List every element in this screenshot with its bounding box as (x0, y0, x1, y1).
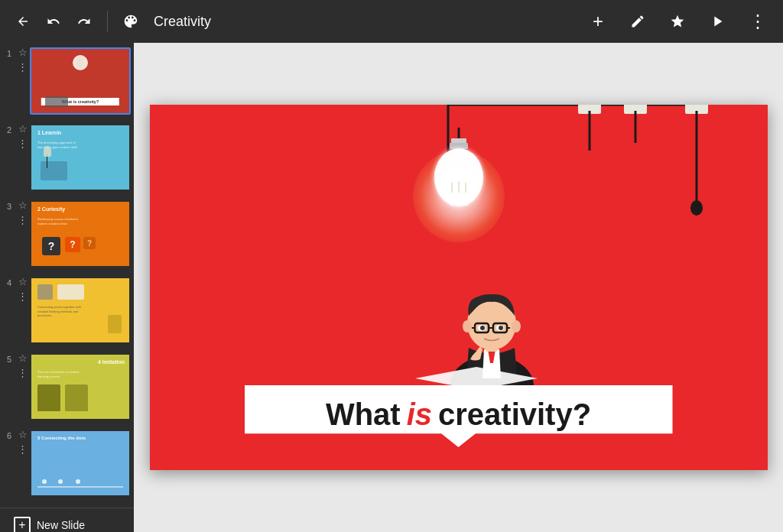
slide-thumb-img-1: What is creativity? (31, 49, 129, 113)
slide-thumb-img-3: 2 Curiosity Developing curious mindset t… (31, 202, 129, 266)
slide-thumb-img-2: 1 Learnin The developing approach of lea… (31, 125, 129, 190)
slide-icons-5: ☆ ⋮ (18, 353, 28, 378)
slide-thumbnail-1[interactable]: What is creativity? (30, 47, 131, 115)
back-button[interactable] (9, 8, 37, 35)
slide-menu-icon-1[interactable]: ⋮ (18, 62, 28, 72)
slide-menu-icon-3[interactable]: ⋮ (18, 215, 28, 225)
new-slide-label: New Slide (37, 519, 85, 531)
main-area: 1 ☆ ⋮ What is creativity? 2 ☆ ⋮ 1 Learni… (0, 43, 783, 532)
topbar-right: + ⋮ (581, 5, 774, 38)
topbar: Creativity + ⋮ (0, 0, 783, 43)
svg-rect-16 (450, 143, 468, 149)
slide-panel-wrapper: 1 ☆ ⋮ What is creativity? 2 ☆ ⋮ 1 Learni… (0, 43, 134, 532)
new-slide-plus-icon: + (14, 517, 31, 533)
slide-star-icon-2[interactable]: ☆ (18, 124, 28, 134)
slide-thumbnail-3[interactable]: 2 Curiosity Developing curious mindset t… (30, 200, 131, 268)
svg-rect-11 (578, 105, 601, 111)
nav-divider (107, 11, 108, 32)
slide-star-icon-1[interactable]: ☆ (18, 47, 28, 57)
slide-number-1: 1 (3, 49, 15, 58)
more-button[interactable]: ⋮ (740, 5, 774, 38)
slide-panel: 1 ☆ ⋮ What is creativity? 2 ☆ ⋮ 1 Learni… (0, 43, 134, 508)
slide-thumbnail-6[interactable]: 5 Connecting the dots (30, 430, 131, 497)
canvas-area: What is creativity? (134, 43, 783, 532)
svg-point-34 (512, 320, 521, 332)
slide-thumb-img-5: 4 Imitation The role of imitation in cre… (31, 355, 129, 419)
slide-icons-3: ☆ ⋮ (18, 200, 28, 225)
slide-item-4[interactable]: 4 ☆ ⋮ Connecting pieces together with cr… (0, 272, 134, 349)
banner-text-highlight: is (407, 397, 432, 432)
svg-point-32 (499, 326, 503, 330)
slide-icons-1: ☆ ⋮ (18, 47, 28, 72)
slide-menu-icon-4[interactable]: ⋮ (18, 291, 28, 301)
slide-star-icon-3[interactable]: ☆ (18, 200, 28, 210)
presentation-title: Creativity (154, 14, 211, 30)
new-slide-bar: + New Slide (0, 508, 134, 532)
slide-item-3[interactable]: 3 ☆ ⋮ 2 Curiosity Developing curious min… (0, 196, 134, 272)
slide-thumb-img-6: 5 Connecting the dots (31, 431, 129, 495)
slide-item-6[interactable]: 6 ☆ ⋮ 5 Connecting the dots (0, 425, 134, 501)
slide-icons-4: ☆ ⋮ (18, 277, 28, 301)
new-slide-button[interactable]: + New Slide (6, 512, 93, 533)
svg-rect-12 (624, 105, 647, 111)
slide-number-5: 5 (3, 355, 15, 364)
banner-text-before: What (326, 397, 401, 432)
star-button[interactable] (661, 5, 694, 38)
play-button[interactable] (700, 5, 734, 38)
palette-button[interactable] (117, 8, 145, 35)
slide-canvas: What is creativity? (150, 105, 768, 470)
undo-button[interactable] (40, 8, 67, 35)
slide-thumb-img-4: Connecting pieces together with creative… (31, 278, 129, 342)
slide-icons-6: ☆ ⋮ (18, 430, 28, 454)
slide-star-icon-6[interactable]: ☆ (18, 430, 28, 440)
topbar-left: Creativity (9, 8, 211, 35)
svg-point-31 (480, 326, 485, 330)
slide-number-3: 3 (3, 202, 15, 211)
svg-rect-13 (685, 105, 708, 111)
add-button[interactable]: + (581, 5, 615, 38)
pen-button[interactable] (621, 5, 655, 38)
slide-icons-2: ☆ ⋮ (18, 124, 28, 148)
svg-point-33 (463, 320, 472, 332)
redo-button[interactable] (70, 8, 98, 35)
slide-number-2: 2 (3, 125, 15, 135)
slide-star-icon-4[interactable]: ☆ (18, 277, 28, 287)
slide-menu-icon-6[interactable]: ⋮ (18, 444, 28, 454)
slide-item-5[interactable]: 5 ☆ ⋮ 4 Imitation The role of imitation … (0, 349, 134, 425)
text-banner: What is creativity? (245, 385, 673, 447)
person-svg (415, 210, 568, 409)
slide-thumbnail-5[interactable]: 4 Imitation The role of imitation in cre… (30, 353, 131, 420)
slide-thumbnail-2[interactable]: 1 Learnin The developing approach of lea… (30, 124, 131, 191)
slide-menu-icon-2[interactable]: ⋮ (18, 138, 28, 148)
slide-item-2[interactable]: 2 ☆ ⋮ 1 Learnin The developing approach … (0, 119, 134, 196)
svg-point-10 (690, 200, 703, 216)
slide-number-4: 4 (3, 278, 15, 287)
slide-item-1[interactable]: 1 ☆ ⋮ What is creativity? (0, 43, 134, 119)
slide-menu-icon-5[interactable]: ⋮ (18, 368, 28, 378)
slide-number-6: 6 (3, 431, 15, 440)
slide-thumbnail-4[interactable]: Connecting pieces together with creative… (30, 277, 131, 344)
slide-star-icon-5[interactable]: ☆ (18, 353, 28, 363)
banner-text-after: creativity? (438, 397, 591, 432)
